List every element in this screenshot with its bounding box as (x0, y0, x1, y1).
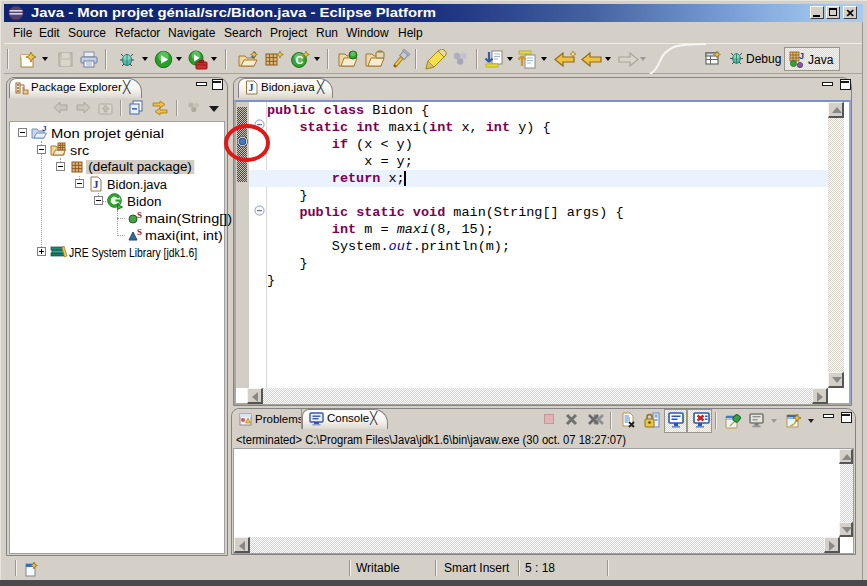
svg-text:C: C (296, 54, 304, 66)
svg-text:S: S (137, 227, 142, 237)
svg-text:J: J (799, 51, 804, 61)
svg-text:J: J (42, 125, 46, 133)
svg-text:J: J (93, 178, 99, 190)
svg-text:S: S (137, 210, 142, 220)
svg-text:J: J (249, 82, 254, 93)
